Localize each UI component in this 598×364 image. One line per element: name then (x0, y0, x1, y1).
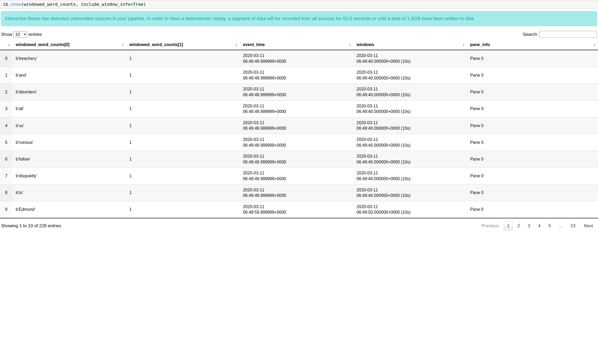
cell-c1: 1 (126, 201, 240, 218)
code-cell: ib.show(windowed_word_counts, include_wi… (0, 0, 598, 9)
code-eq: = (130, 2, 133, 7)
col-header-c4-label: pane_info (470, 42, 490, 47)
table-info: Showing 1 to 10 of 228 entries (1, 223, 61, 229)
cell-c2: 2020-03-11 06:49:49.999999+0000 (240, 100, 353, 117)
cell-c3: 2020-03-11 06:49:40.000000+0000 (10s) (353, 134, 467, 151)
cell-index: 2 (0, 84, 13, 100)
cell-c2: 2020-03-11 06:49:49.999999+0000 (240, 184, 353, 201)
cell-c2: 2020-03-11 06:49:49.999999+0000 (240, 117, 353, 134)
length-select-group: Show 102550100 entries (1, 31, 42, 38)
cell-c0: b'Edmund' (13, 201, 126, 218)
cell-index: 1 (0, 67, 13, 84)
pagination: Previous 12345 … 23 Next (478, 221, 597, 230)
code-prefix: ib. (3, 2, 11, 7)
table-row: 7b'disquietly'12020-03-11 06:49:49.99999… (0, 168, 598, 184)
table-row: 9b'Edmund'12020-03-11 06:49:59.999999+00… (0, 201, 598, 218)
data-table: ▲ windowed_word_counts[0] ▲▼ windowed_wo… (0, 40, 598, 218)
cell-c4: Pane 0 (467, 134, 598, 151)
length-entries-label: entries (29, 32, 42, 37)
next-button[interactable]: Next (580, 221, 597, 230)
cell-c3: 2020-03-11 06:49:40.000000+0000 (10s) (353, 151, 467, 168)
cell-index: 3 (0, 100, 13, 117)
cell-c4: Pane 0 (467, 84, 598, 100)
cell-c4: Pane 0 (467, 100, 598, 117)
cell-c2: 2020-03-11 06:49:49.999999+0000 (240, 151, 353, 168)
cell-c2: 2020-03-11 06:49:49.999999+0000 (240, 67, 353, 84)
col-header-c2-label: event_time (243, 42, 265, 47)
code-close: ) (143, 2, 146, 7)
cell-c3: 2020-03-11 06:49:50.000000+0000 (10s) (353, 201, 467, 218)
page-button[interactable]: 1 (504, 221, 513, 230)
cell-c1: 1 (126, 117, 240, 134)
cell-index: 5 (0, 134, 13, 151)
search-group: Search: (523, 31, 597, 38)
code-args-open: (windowed_word_counts, include_window_in… (21, 2, 130, 7)
col-header-index[interactable]: ▲ (0, 40, 13, 50)
info-alert: Interactive Beam has detected unbounded … (1, 11, 597, 26)
length-select[interactable]: 102550100 (13, 31, 27, 38)
search-label: Search: (523, 32, 538, 37)
cell-c1: 1 (126, 50, 240, 67)
cell-c0: b'follow' (13, 151, 126, 168)
cell-c1: 1 (126, 168, 240, 184)
cell-c0: b'us' (13, 117, 126, 134)
cell-c4: Pane 0 (467, 67, 598, 84)
cell-c3: 2020-03-11 06:49:40.000000+0000 (10s) (353, 50, 467, 67)
cell-c0: b'all' (13, 100, 126, 117)
cell-c2: 2020-03-11 06:49:49.999999+0000 (240, 168, 353, 184)
table-row: 1b'and'12020-03-11 06:49:49.999999+00002… (0, 67, 598, 84)
cell-c4: Pane 0 (467, 201, 598, 218)
cell-c1: 1 (126, 134, 240, 151)
cell-c0: b'ruinous' (13, 134, 126, 151)
col-header-c2[interactable]: event_time ▲▼ (240, 40, 353, 50)
cell-c0: b'to' (13, 184, 126, 201)
cell-c2: 2020-03-11 06:49:49.999999+0000 (240, 134, 353, 151)
cell-c1: 1 (126, 184, 240, 201)
table-row: 6b'follow'12020-03-11 06:49:49.999999+00… (0, 151, 598, 168)
cell-c3: 2020-03-11 06:49:40.000000+0000 (10s) (353, 168, 467, 184)
page-button[interactable]: 2 (514, 221, 523, 230)
col-header-c3[interactable]: windows ▲▼ (353, 40, 467, 50)
col-header-c0-label: windowed_word_counts[0] (16, 42, 69, 47)
col-header-c1[interactable]: windowed_word_counts[1] ▲▼ (126, 40, 240, 50)
page-button[interactable]: 4 (535, 221, 544, 230)
table-row: 3b'all'12020-03-11 06:49:49.999999+00002… (0, 100, 598, 117)
cell-index: 0 (0, 50, 13, 67)
table-row: 5b'ruinous'12020-03-11 06:49:49.999999+0… (0, 134, 598, 151)
page-button[interactable]: 5 (545, 221, 554, 230)
previous-button[interactable]: Previous (478, 221, 503, 230)
sort-desc-icon: ▼ (593, 45, 596, 47)
cell-c4: Pane 0 (467, 168, 598, 184)
sort-desc-icon: ▼ (235, 45, 238, 47)
cell-c3: 2020-03-11 06:49:40.000000+0000 (10s) (353, 184, 467, 201)
col-header-c3-label: windows (357, 42, 374, 47)
cell-c0: b'disquietly' (13, 168, 126, 184)
table-row: 4b'us'12020-03-11 06:49:49.999999+000020… (0, 117, 598, 134)
sort-desc-icon: ▼ (349, 45, 351, 47)
sort-asc-icon: ▲ (8, 44, 10, 46)
info-alert-text: Interactive Beam has detected unbounded … (5, 16, 475, 21)
col-header-c0[interactable]: windowed_word_counts[0] ▲▼ (13, 40, 126, 50)
cell-c2: 2020-03-11 06:49:59.999999+0000 (240, 201, 353, 218)
page-last-button[interactable]: 23 (567, 221, 579, 230)
cell-c3: 2020-03-11 06:49:40.000000+0000 (10s) (353, 67, 467, 84)
cell-index: 7 (0, 168, 13, 184)
cell-c1: 1 (126, 67, 240, 84)
pagination-ellipsis: … (555, 222, 566, 230)
cell-c4: Pane 0 (467, 151, 598, 168)
cell-c4: Pane 0 (467, 50, 598, 67)
length-show-label: Show (1, 32, 12, 37)
col-header-c4[interactable]: pane_info ▲▼ (467, 40, 598, 50)
cell-c2: 2020-03-11 06:49:49.999999+0000 (240, 50, 353, 67)
code-true-kw: True (133, 2, 143, 7)
cell-c0: b'disorders' (13, 84, 126, 100)
table-row: 0b'treachery'12020-03-11 06:49:49.999999… (0, 50, 598, 67)
cell-c3: 2020-03-11 06:49:40.000000+0000 (10s) (353, 84, 467, 100)
search-input[interactable] (539, 31, 597, 38)
cell-c0: b'treachery' (13, 50, 126, 67)
page-button[interactable]: 3 (524, 221, 534, 230)
cell-c1: 1 (126, 151, 240, 168)
sort-desc-icon: ▼ (462, 45, 465, 47)
code-fn: show (11, 2, 21, 7)
col-header-c1-label: windowed_word_counts[1] (129, 42, 183, 47)
